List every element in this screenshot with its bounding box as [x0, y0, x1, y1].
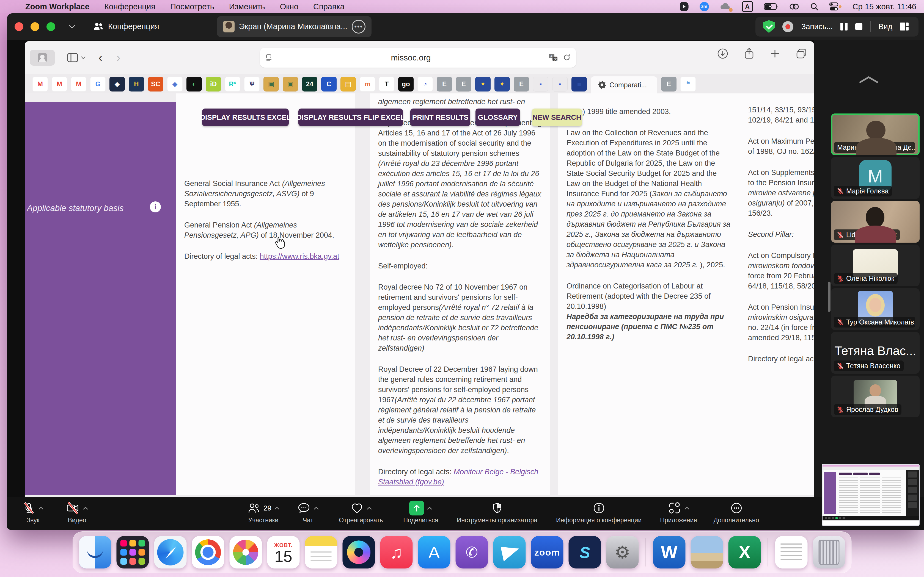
bookmark-favicon[interactable]: ▪ — [533, 77, 548, 92]
bookmark-favicon[interactable]: SC — [148, 77, 163, 92]
bookmark-favicon[interactable]: ■ — [572, 77, 587, 92]
dock-icon-photos[interactable] — [229, 536, 262, 569]
bookmark-favicon[interactable]: M — [52, 77, 67, 92]
bookmark-favicon[interactable]: 24 — [302, 77, 317, 92]
bookmark-favicon[interactable]: iD — [206, 77, 221, 92]
profile-button[interactable] — [30, 50, 55, 66]
menu-item-6[interactable]: Справка — [313, 2, 344, 11]
tab-overview-icon[interactable] — [796, 48, 808, 59]
display-results-excel-button[interactable]: DISPLAY RESULTS EXCEL — [202, 108, 289, 126]
bookmark-favicon[interactable]: ◐ — [186, 77, 202, 92]
share-icon[interactable] — [744, 48, 754, 60]
bookmark-favicon[interactable]: E — [456, 77, 471, 92]
bookmark-favicon[interactable]: E — [661, 77, 677, 92]
legal-acts-link[interactable]: https://www.ris.bka.gv.at — [260, 252, 339, 261]
chevron-up-icon[interactable] — [38, 506, 44, 510]
dock-icon-photo-preview[interactable] — [691, 536, 723, 569]
bookmark-favicon[interactable]: E — [437, 77, 452, 92]
participant-tile[interactable]: Тур Оксана Миколаїв... — [831, 288, 919, 330]
bookmark-favicon[interactable]: T — [379, 77, 394, 92]
translate-icon[interactable]: A文 — [549, 53, 558, 62]
chevron-up-icon[interactable] — [274, 506, 279, 510]
participant-tile[interactable]: MМарія Голєва — [831, 157, 919, 199]
glossary-button[interactable]: GLOSSARY — [475, 108, 520, 126]
dock-icon-notes[interactable] — [305, 536, 338, 569]
toolbar-mic-muted[interactable]: Звук — [15, 500, 51, 524]
tab-options-icon[interactable]: ••• — [352, 20, 365, 34]
cloud-sync-icon[interactable] — [720, 2, 731, 11]
bookmark-favicon[interactable]: ▣ — [263, 77, 279, 92]
toolbar-apps[interactable]: Приложения — [653, 500, 704, 524]
dock-icon-excel[interactable]: X — [729, 536, 761, 569]
participant-tile[interactable]: Lidiia Shynkaruk — [831, 201, 919, 243]
view-layout-icon[interactable] — [900, 23, 909, 31]
bookmark-favicon[interactable]: ✦ — [475, 77, 491, 92]
toolbar-heart[interactable]: Отреагировать — [329, 500, 393, 524]
menu-item-5[interactable]: Окно — [280, 2, 298, 11]
bookmark-favicon[interactable]: ❝ — [680, 77, 696, 92]
dock-icon-textedit[interactable] — [775, 536, 808, 569]
forward-button[interactable]: › — [116, 51, 120, 64]
control-center-icon[interactable] — [829, 2, 842, 11]
dock-icon-settings[interactable]: ⚙ — [606, 536, 639, 569]
stop-recording-button[interactable] — [855, 23, 863, 30]
bookmark-favicon[interactable]: E — [514, 77, 529, 92]
participant-tile[interactable]: Олена Ніколюк — [831, 245, 919, 286]
dock-icon-zoom[interactable]: zoom — [531, 536, 564, 569]
toolbar-share-screen[interactable]: Поделиться — [396, 500, 446, 524]
bookmark-favicon[interactable]: ✦ — [494, 77, 510, 92]
new-tab-icon[interactable] — [770, 48, 780, 58]
toolbar-participants[interactable]: 29Участники — [239, 500, 288, 524]
participant-tile[interactable]: Марина Миколаївна Дє... — [831, 113, 919, 155]
menu-item-1[interactable]: Zoom Workplace — [25, 2, 89, 11]
dock-icon-word[interactable]: W — [653, 536, 686, 569]
bookmark-favicon[interactable]: ▣ — [283, 77, 298, 92]
vpn-menubar-icon[interactable] — [680, 2, 688, 11]
dock-icon-app-store[interactable]: A — [418, 536, 451, 569]
participant-tile[interactable]: Тетяна Влас...Тетяна Власенко — [831, 332, 919, 374]
print-results-button[interactable]: PRINT RESULTS — [410, 108, 470, 126]
bookmark-favicon[interactable]: C — [321, 77, 337, 92]
bookmark-favicon[interactable]: M — [32, 77, 48, 92]
battery-icon[interactable] — [764, 2, 778, 11]
bookmark-favicon[interactable]: ▪ — [552, 77, 568, 92]
address-bar[interactable]: missoc.org A文 — [260, 48, 576, 68]
bookmark-favicon[interactable]: G — [90, 77, 106, 92]
downloads-icon[interactable] — [717, 48, 728, 59]
toolbar-camera-muted[interactable]: Видео — [59, 500, 95, 524]
dock-icon-chrome[interactable] — [192, 536, 225, 569]
toolbar-chat[interactable]: Чат — [291, 500, 325, 524]
chevron-up-icon[interactable] — [367, 506, 372, 510]
dock-icon-paint-app[interactable] — [342, 536, 375, 569]
participant-tile[interactable]: Ярослав Дудков — [831, 376, 919, 417]
fullscreen-window-button[interactable] — [47, 22, 55, 31]
toolbar-more[interactable]: Дополнительно — [707, 500, 766, 524]
bookmark-favicon[interactable]: ◔ — [417, 77, 433, 92]
spotlight-icon[interactable] — [810, 2, 818, 11]
tab-meeting[interactable]: Конференция — [93, 22, 159, 31]
reload-icon[interactable] — [563, 53, 570, 61]
bookmark-favicon[interactable]: ◆ — [110, 77, 125, 92]
collapse-panel-chevron-icon[interactable] — [858, 75, 879, 84]
bookmark-favicon[interactable]: R° — [225, 77, 240, 92]
menubar-clock[interactable]: Ср 15 жовт. 11:46 — [853, 2, 916, 11]
chevron-up-icon[interactable] — [427, 506, 432, 510]
dock-icon-finder[interactable] — [79, 536, 111, 569]
link-icon[interactable] — [789, 2, 799, 11]
dock-icon-trash[interactable] — [813, 536, 845, 569]
menu-item-2[interactable]: Конференция — [104, 2, 155, 11]
dock-icon-viber[interactable]: ✆ — [456, 536, 488, 569]
tab-comparative-tables[interactable]: Comparati... — [591, 76, 657, 93]
reader-icon[interactable] — [266, 54, 273, 61]
bookmark-favicon[interactable]: ◆ — [167, 77, 183, 92]
pause-recording-button[interactable] — [840, 23, 848, 31]
dock-icon-safari[interactable] — [154, 536, 187, 569]
panel-scrollbar[interactable] — [828, 282, 830, 312]
dock-icon-dark-blue-app[interactable]: S — [569, 536, 601, 569]
bookmark-favicon[interactable]: Ѱ — [244, 77, 260, 92]
chevron-up-icon[interactable] — [83, 506, 88, 510]
chevron-down-icon[interactable] — [81, 56, 86, 60]
share-preview-thumbnail[interactable] — [822, 464, 919, 526]
sidebar-toggle-icon[interactable] — [67, 53, 78, 62]
input-source-icon[interactable]: A — [742, 1, 753, 12]
